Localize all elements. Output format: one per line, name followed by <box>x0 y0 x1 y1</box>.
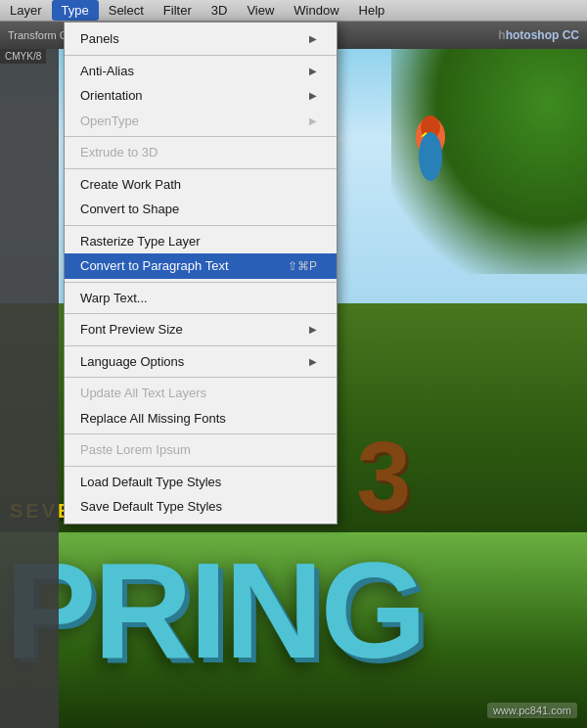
menu-item-convert-para[interactable]: Convert to Paragraph Text ⇧⌘P <box>65 253 337 279</box>
watermark: www.pc841.com <box>487 703 577 718</box>
divider-7 <box>65 345 337 346</box>
menu-item-rasterize[interactable]: Rasterize Type Layer <box>65 229 337 254</box>
convert-para-shortcut: ⇧⌘P <box>288 257 317 275</box>
divider-10 <box>65 466 337 467</box>
menu-item-orientation[interactable]: Orientation ▶ <box>65 83 337 109</box>
mode-badge: CMYK/8 <box>0 49 46 64</box>
mode-badge-text: CMYK/8 <box>5 51 41 62</box>
menu-filter[interactable]: Filter <box>154 0 202 21</box>
panels-label: Panels <box>80 29 119 49</box>
update-all-label: Update All Text Layers <box>80 384 206 403</box>
menu-item-panels[interactable]: Panels ▶ <box>65 26 337 52</box>
menu-item-language[interactable]: Language Options ▶ <box>65 349 337 375</box>
menu-item-extrude[interactable]: Extrude to 3D <box>65 140 337 165</box>
menubar: Layer Type Select Filter 3D View Window … <box>0 0 587 22</box>
menu-item-font-preview[interactable]: Font Preview Size ▶ <box>65 317 337 342</box>
svg-point-3 <box>419 132 442 181</box>
divider-9 <box>65 433 337 434</box>
opentype-arrow: ▶ <box>309 114 317 128</box>
replace-fonts-label: Replace All Missing Fonts <box>80 409 226 429</box>
parrot-decoration <box>401 108 460 186</box>
font-preview-label: Font Preview Size <box>80 320 183 340</box>
divider-8 <box>65 377 337 378</box>
type-dropdown-menu: Panels ▶ Anti-Alias ▶ Orientation ▶ Open… <box>64 22 338 524</box>
convert-para-label: Convert to Paragraph Text <box>80 256 229 276</box>
menu-item-convert-to-shape[interactable]: Convert to Shape <box>65 197 337 222</box>
menu-item-anti-alias[interactable]: Anti-Alias ▶ <box>65 59 337 84</box>
font-preview-arrow: ▶ <box>309 322 317 337</box>
menu-window[interactable]: Window <box>284 0 348 21</box>
orientation-label: Orientation <box>80 86 143 106</box>
create-work-path-label: Create Work Path <box>80 175 181 195</box>
left-panel <box>0 49 59 728</box>
spring-text: PRING <box>5 542 424 679</box>
extrude-label: Extrude to 3D <box>80 143 158 162</box>
anti-alias-label: Anti-Alias <box>80 62 134 81</box>
menu-item-opentype[interactable]: OpenType ▶ <box>65 109 337 134</box>
menu-item-replace-fonts[interactable]: Replace All Missing Fonts <box>65 406 337 432</box>
convert-shape-label: Convert to Shape <box>80 200 179 219</box>
spring-label: PRING <box>5 533 424 687</box>
menu-layer[interactable]: Layer <box>0 0 52 21</box>
menu-3d[interactable]: 3D <box>202 0 238 21</box>
menu-item-create-work-path[interactable]: Create Work Path <box>65 172 337 198</box>
menu-item-paste-lorem[interactable]: Paste Lorem Ipsum <box>65 437 337 463</box>
menu-view[interactable]: View <box>237 0 284 21</box>
photoshop-label: hhotoshop CC <box>498 28 579 42</box>
panels-arrow: ▶ <box>309 31 317 46</box>
language-arrow: ▶ <box>309 354 317 369</box>
number-decoration: 3 <box>356 420 411 532</box>
rasterize-label: Rasterize Type Layer <box>80 232 201 251</box>
menu-item-save-default[interactable]: Save Default Type Styles <box>65 494 337 520</box>
language-label: Language Options <box>80 352 184 372</box>
divider-6 <box>65 313 337 314</box>
paste-lorem-label: Paste Lorem Ipsum <box>80 440 191 460</box>
load-default-label: Load Default Type Styles <box>80 473 221 492</box>
orientation-arrow: ▶ <box>309 88 317 103</box>
anti-alias-arrow: ▶ <box>309 64 317 78</box>
menu-item-update-all[interactable]: Update All Text Layers <box>65 381 337 406</box>
divider-4 <box>65 225 337 226</box>
opentype-label: OpenType <box>80 112 139 131</box>
menu-type[interactable]: Type <box>52 0 99 21</box>
divider-3 <box>65 168 337 169</box>
menu-select[interactable]: Select <box>99 0 154 21</box>
warp-label: Warp Text... <box>80 289 148 308</box>
menu-item-warp[interactable]: Warp Text... <box>65 286 337 311</box>
divider-2 <box>65 136 337 137</box>
menu-item-load-default[interactable]: Load Default Type Styles <box>65 470 337 495</box>
divider-1 <box>65 55 337 56</box>
menu-help[interactable]: Help <box>349 0 395 21</box>
save-default-label: Save Default Type Styles <box>80 497 222 517</box>
divider-5 <box>65 282 337 283</box>
